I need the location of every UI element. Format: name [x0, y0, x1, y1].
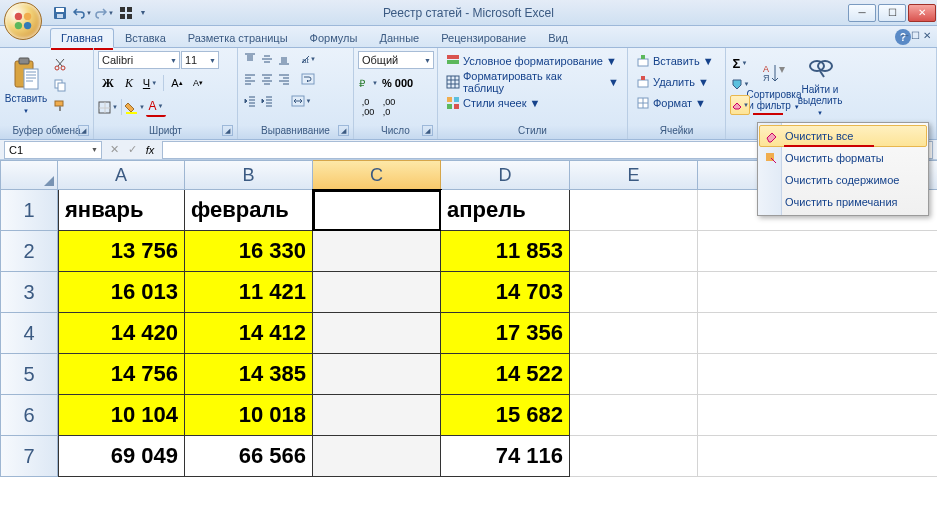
cell[interactable]	[698, 272, 937, 313]
col-header-d[interactable]: D	[441, 160, 570, 190]
cut-icon[interactable]	[50, 54, 70, 74]
merge-center-button[interactable]: ▼	[283, 91, 319, 111]
align-launcher[interactable]: ◢	[338, 125, 349, 136]
redo-icon[interactable]: ▼	[94, 3, 114, 23]
tab-data[interactable]: Данные	[368, 28, 430, 47]
clipboard-launcher[interactable]: ◢	[78, 125, 89, 136]
row-header[interactable]: 5	[0, 354, 58, 395]
cell[interactable]	[570, 272, 698, 313]
row-header[interactable]: 3	[0, 272, 58, 313]
cell[interactable]: 14 522	[441, 354, 570, 395]
col-header-e[interactable]: E	[570, 160, 698, 190]
col-header-b[interactable]: B	[185, 160, 313, 190]
clear-button[interactable]: ▼	[730, 95, 750, 115]
row-header[interactable]: 4	[0, 313, 58, 354]
cell[interactable]: 14 756	[58, 354, 185, 395]
format-cells-button[interactable]: Формат ▼	[632, 93, 721, 113]
percent-icon[interactable]: %	[379, 75, 395, 91]
col-header-c[interactable]: C	[313, 160, 441, 190]
cell[interactable]: 16 013	[58, 272, 185, 313]
row-header[interactable]: 7	[0, 436, 58, 477]
increase-decimal-icon[interactable]: ,0,00	[358, 97, 378, 117]
enter-formula-icon[interactable]: ✓	[124, 142, 140, 158]
cell[interactable]	[698, 436, 937, 477]
save-icon[interactable]	[50, 3, 70, 23]
cell-styles-button[interactable]: Стили ячеек ▼	[442, 93, 623, 113]
tab-insert[interactable]: Вставка	[114, 28, 177, 47]
align-right-icon[interactable]	[276, 71, 292, 87]
conditional-formatting-button[interactable]: Условное форматирование ▼	[442, 51, 623, 71]
cell[interactable]: февраль	[185, 190, 313, 231]
cancel-formula-icon[interactable]: ✕	[106, 142, 122, 158]
accounting-format-icon[interactable]: ₽▼	[358, 73, 378, 93]
cell[interactable]	[698, 395, 937, 436]
cell[interactable]: 15 682	[441, 395, 570, 436]
font-color-button[interactable]: A▼	[146, 97, 166, 117]
cell[interactable]: 74 116	[441, 436, 570, 477]
cell[interactable]: 10 018	[185, 395, 313, 436]
bold-button[interactable]: Ж	[98, 73, 118, 93]
cell[interactable]	[313, 354, 441, 395]
font-launcher[interactable]: ◢	[222, 125, 233, 136]
cell[interactable]: 10 104	[58, 395, 185, 436]
tab-formulas[interactable]: Формулы	[299, 28, 369, 47]
tab-layout[interactable]: Разметка страницы	[177, 28, 299, 47]
cell[interactable]	[313, 436, 441, 477]
cell[interactable]	[570, 436, 698, 477]
row-header[interactable]: 1	[0, 190, 58, 231]
format-as-table-button[interactable]: Форматировать как таблицу ▼	[442, 72, 623, 92]
number-format-combo[interactable]: Общий▼	[358, 51, 434, 69]
cell[interactable]: 16 330	[185, 231, 313, 272]
menu-clear-comments[interactable]: Очистить примечания	[759, 191, 927, 213]
cell[interactable]	[570, 313, 698, 354]
cell[interactable]	[570, 231, 698, 272]
delete-cells-button[interactable]: Удалить ▼	[632, 72, 721, 92]
cell[interactable]	[698, 354, 937, 395]
undo-icon[interactable]: ▼	[72, 3, 92, 23]
cell[interactable]	[570, 354, 698, 395]
name-box[interactable]: C1▼	[4, 141, 102, 159]
paste-button[interactable]: Вставить▼	[4, 51, 48, 123]
cell[interactable]	[313, 231, 441, 272]
cell[interactable]: апрель	[441, 190, 570, 231]
cell[interactable]: 69 049	[58, 436, 185, 477]
copy-icon[interactable]	[50, 75, 70, 95]
window-controls-doc[interactable]: ─ ☐ ✕	[901, 30, 931, 41]
cell[interactable]	[313, 395, 441, 436]
cell[interactable]	[698, 231, 937, 272]
align-center-icon[interactable]	[259, 71, 275, 87]
font-name-combo[interactable]: Calibri▼	[98, 51, 180, 69]
fx-icon[interactable]: fx	[142, 142, 158, 158]
minimize-button[interactable]: ─	[848, 4, 876, 22]
menu-clear-formats[interactable]: Очистить форматы	[759, 147, 927, 169]
maximize-button[interactable]: ☐	[878, 4, 906, 22]
cell[interactable]	[570, 190, 698, 231]
cell[interactable]: 17 356	[441, 313, 570, 354]
cell[interactable]: 66 566	[185, 436, 313, 477]
borders-button[interactable]: ▼	[98, 97, 118, 117]
tab-home[interactable]: Главная	[50, 28, 114, 48]
menu-clear-contents[interactable]: Очистить содержимое	[759, 169, 927, 191]
shrink-font-icon[interactable]: A▾	[188, 73, 208, 93]
col-header-a[interactable]: A	[58, 160, 185, 190]
number-launcher[interactable]: ◢	[422, 125, 433, 136]
underline-button[interactable]: Ч▼	[140, 73, 160, 93]
cell[interactable]: 14 703	[441, 272, 570, 313]
decrease-indent-icon[interactable]	[242, 93, 258, 109]
cell[interactable]	[313, 190, 441, 231]
tab-review[interactable]: Рецензирование	[430, 28, 537, 47]
row-header[interactable]: 2	[0, 231, 58, 272]
cell[interactable]: 14 420	[58, 313, 185, 354]
insert-cells-button[interactable]: Вставить ▼	[632, 51, 721, 71]
cell[interactable]: 14 412	[185, 313, 313, 354]
cell[interactable]: 11 853	[441, 231, 570, 272]
comma-style-icon[interactable]: 000	[396, 75, 412, 91]
cell[interactable]	[698, 313, 937, 354]
cell[interactable]	[313, 313, 441, 354]
qat-customize[interactable]: ▼	[138, 3, 148, 23]
align-top-icon[interactable]	[242, 51, 258, 67]
close-button[interactable]: ✕	[908, 4, 936, 22]
cell[interactable]: 14 385	[185, 354, 313, 395]
cell[interactable]: 11 421	[185, 272, 313, 313]
menu-clear-all[interactable]: Очистить все	[759, 125, 927, 147]
